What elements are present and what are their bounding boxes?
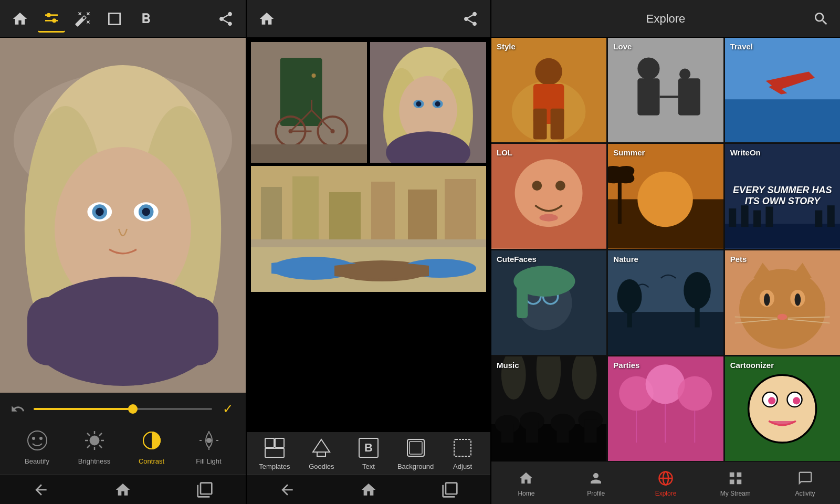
svg-line-26: [87, 433, 90, 436]
explore-cell-cutefaces[interactable]: CuteFaces: [491, 250, 606, 355]
explore-title: Explore: [646, 12, 686, 26]
search-icon[interactable]: [813, 10, 830, 27]
share-button[interactable]: [212, 5, 239, 33]
adjust-tool[interactable]: Adjust: [444, 436, 481, 470]
brightness-icon: [81, 427, 108, 454]
nav-explore[interactable]: Explore: [647, 469, 685, 497]
svg-rect-171: [737, 472, 741, 477]
tool-fill-light[interactable]: Fill Light: [188, 424, 230, 468]
undo-button[interactable]: [8, 400, 27, 418]
collage-cell-portrait[interactable]: [370, 42, 486, 163]
explore-cell-travel[interactable]: Travel: [725, 38, 840, 142]
explore-cell-summer[interactable]: Summer: [608, 144, 723, 248]
cartoonizer-label: Cartoonizer: [730, 361, 774, 370]
confirm-button[interactable]: ✓: [218, 400, 237, 418]
svg-point-157: [678, 376, 712, 411]
svg-point-20: [39, 437, 43, 440]
cutefaces-bg: [491, 250, 606, 355]
contrast-label: Contrast: [139, 457, 164, 465]
back-button[interactable]: [27, 476, 55, 503]
explore-cell-writeon[interactable]: WriteOn EVERY SUMMER HAS ITS OWN STORY: [725, 144, 840, 248]
background-tool[interactable]: Background: [397, 436, 435, 470]
svg-rect-94: [725, 99, 840, 142]
explore-cell-love[interactable]: Love: [608, 38, 723, 142]
nav-home[interactable]: Home: [507, 469, 545, 497]
goodies-tool[interactable]: Goodies: [302, 436, 340, 470]
collage-recents-button[interactable]: [436, 476, 464, 503]
explore-cell-pets[interactable]: Pets: [725, 250, 840, 355]
frame-button[interactable]: [101, 5, 128, 33]
explore-cell-lol[interactable]: LOL: [491, 144, 606, 248]
music-label: Music: [497, 361, 519, 370]
collage-back-button[interactable]: [274, 476, 301, 503]
pets-bg: [725, 250, 840, 355]
svg-rect-62: [292, 176, 319, 239]
collage-home-button[interactable]: [253, 5, 280, 33]
adjust-button[interactable]: [38, 5, 65, 33]
adjust-tool-icon: [451, 436, 474, 459]
explore-cell-style[interactable]: Style: [491, 38, 606, 142]
tool-brightness[interactable]: Brightness: [74, 424, 116, 468]
svg-point-15: [142, 208, 150, 216]
text-tool[interactable]: B Text: [350, 436, 387, 470]
activity-nav-icon: [796, 469, 815, 488]
photo-editor-panel: ✓ Beautify: [0, 0, 246, 504]
slider-fill: [34, 408, 132, 410]
nav-mystream[interactable]: My Stream: [717, 469, 754, 497]
text-label: Text: [362, 463, 375, 470]
collage-share-button[interactable]: [457, 5, 484, 33]
explore-cell-nature[interactable]: Nature: [608, 250, 723, 355]
portrait-image: [0, 38, 246, 393]
svg-rect-86: [551, 109, 564, 140]
explore-cell-parties[interactable]: Parties: [608, 356, 723, 461]
home-button[interactable]: [6, 5, 34, 33]
magic-wand-button[interactable]: [69, 5, 97, 33]
collage-bottom-toolbar: Templates Goodies B Text: [247, 432, 490, 475]
svg-point-18: [28, 431, 47, 450]
svg-rect-87: [608, 38, 723, 142]
svg-line-27: [99, 445, 102, 448]
beautify-icon: [24, 427, 51, 454]
collage-cell-boats[interactable]: [251, 166, 486, 292]
svg-point-21: [90, 436, 99, 445]
bold-button[interactable]: [132, 5, 160, 33]
cartoonizer-bg: [725, 356, 840, 461]
collage-bottom-row: [251, 166, 486, 292]
templates-tool[interactable]: Templates: [256, 436, 293, 470]
collage-display: [247, 38, 490, 432]
svg-point-135: [794, 293, 801, 306]
brightness-label: Brightness: [78, 457, 110, 465]
svg-marker-74: [313, 439, 330, 452]
svg-point-19: [32, 437, 35, 440]
home-nav-button[interactable]: [109, 476, 136, 503]
svg-rect-170: [730, 472, 734, 477]
collage-cell-bike[interactable]: [251, 42, 367, 163]
svg-point-166: [793, 397, 800, 404]
explore-cell-cartoonizer[interactable]: Cartoonizer: [725, 356, 840, 461]
svg-rect-48: [251, 144, 367, 163]
recents-button[interactable]: [191, 476, 218, 503]
contrast-icon: [138, 427, 165, 454]
tool-beautify[interactable]: Beautify: [16, 424, 58, 468]
svg-rect-120: [517, 281, 528, 318]
svg-rect-112: [815, 211, 822, 227]
writeon-quote-text: EVERY SUMMER HAS ITS OWN STORY: [731, 185, 834, 207]
svg-rect-150: [584, 419, 596, 442]
profile-nav-label: Profile: [587, 490, 605, 497]
nav-profile[interactable]: Profile: [577, 469, 615, 497]
writeon-label: WriteOn: [730, 148, 761, 157]
explore-grid: Style Love: [491, 38, 840, 461]
explore-cell-music[interactable]: Music: [491, 356, 606, 461]
slider-thumb[interactable]: [128, 404, 138, 414]
collage-home-nav-button[interactable]: [355, 476, 382, 503]
svg-rect-63: [329, 192, 361, 239]
tool-contrast[interactable]: Contrast: [131, 424, 173, 468]
svg-rect-75: [317, 452, 326, 456]
contrast-slider[interactable]: [34, 408, 212, 410]
svg-rect-144: [501, 424, 513, 443]
cutefaces-label: CuteFaces: [497, 255, 537, 264]
photo-display: [0, 38, 246, 393]
fill-light-icon: [195, 427, 223, 454]
nav-activity[interactable]: Activity: [786, 469, 824, 497]
svg-line-29: [87, 445, 90, 448]
